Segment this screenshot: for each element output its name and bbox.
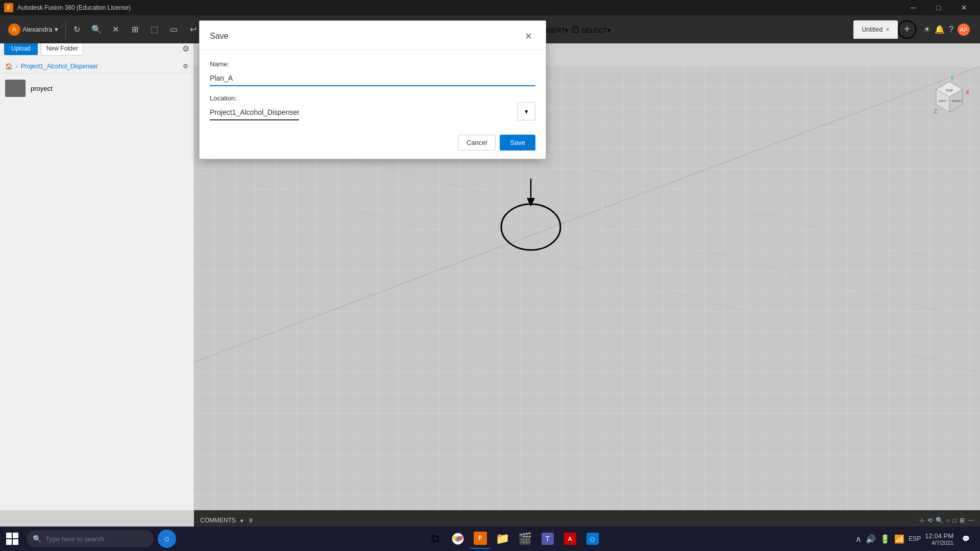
- time-display[interactable]: 12:04 PM 4/7/2021: [925, 532, 953, 546]
- axis-cube-svg: TOP FRONT RIGHT X Y Z: [929, 77, 970, 117]
- view-mode-icon[interactable]: ⊹: [919, 517, 924, 524]
- app-title: Autodesk Fusion 360 (Education License): [17, 4, 901, 11]
- file-explorer-icon[interactable]: 📁: [493, 529, 513, 549]
- minimize-button[interactable]: ─: [901, 0, 925, 15]
- svg-text:FRONT: FRONT: [952, 99, 963, 103]
- search-button[interactable]: 🔍: [88, 20, 105, 39]
- name-input[interactable]: [210, 71, 535, 86]
- svg-text:Z: Z: [934, 109, 937, 114]
- breadcrumb-project[interactable]: Project1_Alcohol_Dispenser: [21, 63, 98, 70]
- dialog-body: Name: Location: ▾: [200, 50, 546, 129]
- toolbar-btn-1[interactable]: ⬚: [146, 20, 163, 39]
- maximize-button[interactable]: □: [927, 0, 950, 15]
- transform-icon[interactable]: ⟲: [927, 517, 933, 524]
- other-app-icon[interactable]: ◇: [582, 529, 603, 549]
- panel-settings-icon[interactable]: ⚙: [182, 44, 189, 54]
- svg-line-3: [194, 168, 980, 372]
- autocad-icon[interactable]: A: [560, 529, 580, 549]
- comments-toolbar: ⊹ ⟲ 🔍 ○ □ ⊞ ⋯: [919, 517, 974, 524]
- breadcrumb: 🏠 › Project1_Alcohol_Dispenser ⚙: [0, 60, 193, 73]
- user-dropdown-icon: ▾: [55, 26, 58, 33]
- location-label: Location:: [210, 94, 515, 102]
- taskbar-right: ∧ 🔊 🔋 📶 ESP 12:04 PM 4/7/2021 💬: [849, 531, 980, 547]
- win-icon-tl: [6, 533, 12, 538]
- theme-icon[interactable]: ☀: [923, 24, 930, 34]
- taskbar-apps: ⧉ F 📁 🎬 T A ◇: [178, 529, 849, 549]
- select-label: SELECT▾: [581, 27, 611, 34]
- battery-icon[interactable]: 🔋: [880, 534, 890, 544]
- display-mode-icon[interactable]: □: [953, 517, 957, 524]
- taskbar: 🔍 ○ ⧉ F 📁 🎬 T A ◇ ∧ 🔊 🔋 📶 E: [0, 527, 980, 551]
- network-icon[interactable]: 📶: [894, 534, 904, 544]
- search-icon: 🔍: [33, 535, 41, 543]
- clock-date: 4/7/2021: [925, 540, 953, 546]
- speaker-icon[interactable]: 🔊: [866, 534, 876, 544]
- title-bar: F Autodesk Fusion 360 (Education License…: [0, 0, 980, 15]
- file-item[interactable]: proyect: [0, 76, 193, 101]
- grid-toggle-icon[interactable]: ⊞: [960, 517, 965, 524]
- comments-label: COMMENTS: [200, 517, 236, 524]
- save-dialog: Save ✕ Name: Location: ▾ Cancel Save: [199, 20, 546, 159]
- untitled-tab[interactable]: Untitled ✕: [853, 20, 898, 39]
- svg-text:TOP: TOP: [946, 89, 953, 92]
- dialog-header: Save ✕: [200, 21, 546, 50]
- select-icon: ⊡: [572, 24, 579, 35]
- teams-icon[interactable]: T: [537, 529, 558, 549]
- media-icon[interactable]: 🎬: [515, 529, 535, 549]
- user-avatar: A: [8, 23, 20, 36]
- panel-close-button[interactable]: ✕: [108, 20, 124, 39]
- clock-time: 12:04 PM: [925, 532, 953, 540]
- taskview-button[interactable]: ⧉: [425, 529, 446, 549]
- right-icons: ☀ 🔔 ? AP: [917, 23, 976, 36]
- user-section[interactable]: A Alexandra ▾: [4, 23, 62, 36]
- more-options-icon[interactable]: ⋯: [968, 517, 974, 524]
- help-icon[interactable]: ?: [949, 25, 953, 34]
- location-input[interactable]: [210, 105, 299, 120]
- orbit-icon[interactable]: ○: [946, 517, 950, 524]
- home-icon[interactable]: 🏠: [5, 63, 13, 70]
- notification-icon[interactable]: 🔔: [935, 24, 945, 34]
- close-button[interactable]: ✕: [952, 0, 976, 15]
- name-label: Name:: [210, 60, 535, 68]
- start-button[interactable]: [0, 527, 24, 551]
- dialog-footer: Cancel Save: [200, 129, 546, 159]
- location-row: Location: ▾: [210, 94, 535, 120]
- grid-view-button[interactable]: ⊞: [127, 20, 143, 39]
- save-button[interactable]: Save: [500, 135, 535, 151]
- refresh-button[interactable]: ↻: [69, 20, 85, 39]
- notification-center-button[interactable]: 💬: [958, 531, 974, 547]
- folder-icon: [5, 80, 26, 97]
- comments-pause-icon[interactable]: ⏸: [248, 517, 254, 524]
- cortana-button[interactable]: ○: [158, 530, 176, 548]
- fusion360-taskbar-icon[interactable]: F: [470, 529, 491, 549]
- file-name: proyect: [31, 85, 53, 92]
- language-indicator[interactable]: ESP: [909, 535, 921, 542]
- user-profile-avatar[interactable]: AP: [958, 23, 970, 36]
- close-tab-icon[interactable]: ✕: [886, 27, 890, 32]
- breadcrumb-separator: ›: [16, 63, 18, 70]
- breadcrumb-gear-icon[interactable]: ⚙: [183, 63, 188, 70]
- show-hidden-icons[interactable]: ∧: [855, 534, 862, 544]
- svg-text:Y: Y: [950, 77, 954, 82]
- search-input[interactable]: [45, 535, 148, 543]
- upload-button[interactable]: Upload: [4, 42, 38, 55]
- win-icon-bl: [6, 539, 12, 545]
- select-button[interactable]: ⊡ SELECT▾: [572, 24, 610, 35]
- cancel-button[interactable]: Cancel: [458, 135, 496, 151]
- toolbar-btn-2[interactable]: ▭: [166, 20, 182, 39]
- zoom-icon[interactable]: 🔍: [936, 517, 943, 524]
- svg-text:X: X: [966, 90, 969, 95]
- comments-dot-icon: ●: [240, 517, 243, 524]
- chrome-icon[interactable]: [448, 529, 468, 549]
- app-icon: F: [4, 3, 13, 12]
- user-name: Alexandra: [22, 26, 53, 33]
- axis-cube: TOP FRONT RIGHT X Y Z: [929, 77, 970, 117]
- new-folder-button[interactable]: New Folder: [41, 41, 83, 56]
- tab-name: Untitled: [862, 26, 883, 33]
- dialog-close-button[interactable]: ✕: [521, 29, 535, 43]
- search-bar[interactable]: 🔍: [27, 530, 154, 547]
- location-dropdown-button[interactable]: ▾: [517, 102, 535, 120]
- windows-icon: [6, 533, 18, 545]
- tab-area: Untitled ✕ +: [853, 20, 914, 39]
- win-icon-br: [13, 539, 18, 545]
